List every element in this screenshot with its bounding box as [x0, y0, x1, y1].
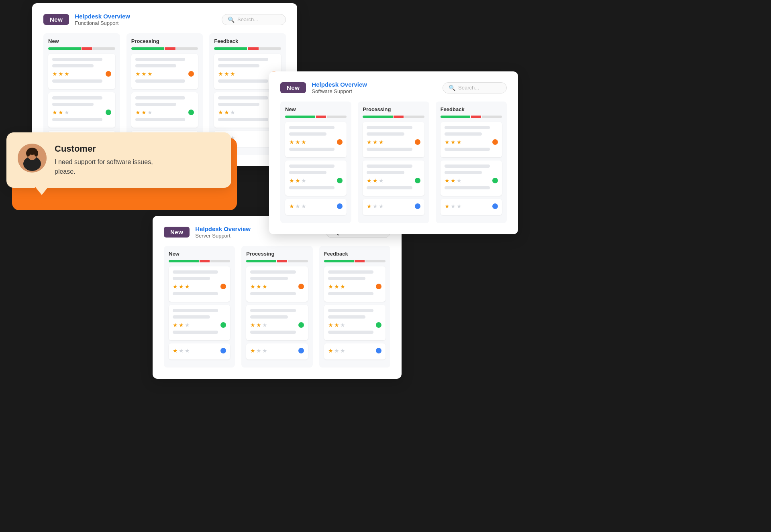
ticket-card[interactable]: ★★★: [441, 160, 502, 196]
ticket-line: [52, 118, 102, 121]
stars: ★★★: [173, 322, 190, 328]
ticket-card[interactable]: ★★★: [169, 305, 230, 340]
stars: ★★★: [328, 283, 345, 290]
ticket-card[interactable]: ★★★: [131, 54, 198, 89]
search-placeholder-functional: Search...: [237, 16, 258, 22]
stars: ★★★: [289, 203, 306, 209]
card-title-software[interactable]: Helpdesk Overview: [312, 81, 367, 88]
ticket-line: [445, 164, 490, 168]
columns-server: New ★★★ ★★★: [164, 246, 390, 368]
status-dot: [376, 348, 381, 353]
ticket-line: [135, 103, 177, 106]
stars: ★★★: [218, 71, 235, 77]
ticket-stars-row: ★★★: [445, 177, 498, 184]
ticket-line: [328, 292, 373, 295]
card-title-functional[interactable]: Helpdesk Overview: [75, 13, 130, 20]
card-title-server[interactable]: Helpdesk Overview: [195, 225, 251, 232]
status-dot: [298, 284, 304, 289]
ticket-stars-row: ★★★: [52, 71, 111, 77]
ticket-line: [250, 309, 296, 312]
ticket-card[interactable]: ★★★: [48, 54, 115, 89]
ticket-card[interactable]: ★★★: [441, 199, 502, 215]
column-processing-software: Processing ★★★ ★★★: [358, 102, 429, 223]
ticket-line: [367, 148, 412, 151]
ticket-stars-row: ★★★: [250, 322, 304, 328]
customer-bubble-container: Customer I need support for software iss…: [6, 132, 231, 195]
status-dot: [106, 71, 111, 77]
ticket-stars-row: ★★★: [367, 177, 420, 184]
customer-name: Customer: [55, 144, 175, 154]
col-label-feedback-server: Feedback: [324, 251, 386, 257]
stars: ★★★: [135, 109, 153, 116]
column-new-server: New ★★★ ★★★: [164, 246, 235, 368]
ticket-line: [135, 79, 186, 83]
ticket-card[interactable]: ★★★: [246, 343, 308, 359]
ticket-line: [367, 126, 412, 129]
stars: ★★★: [173, 347, 190, 354]
ticket-card[interactable]: ★★★: [131, 92, 198, 128]
progress-processing-functional: [131, 47, 198, 50]
status-dot: [188, 110, 194, 115]
ticket-line: [289, 148, 335, 151]
ticket-line: [250, 277, 288, 280]
ticket-card[interactable]: ★★★: [363, 160, 424, 196]
search-box-software[interactable]: 🔍 Search...: [443, 82, 507, 93]
ticket-line: [218, 79, 268, 83]
ticket-stars-row: ★★★: [328, 322, 381, 328]
ticket-stars-row: ★★★: [328, 283, 381, 290]
ticket-stars-row: ★★★: [328, 347, 381, 354]
svg-point-5: [26, 150, 30, 156]
ticket-card[interactable]: ★★★: [285, 160, 347, 196]
ticket-card[interactable]: ★★★: [363, 122, 424, 157]
ticket-card[interactable]: ★★★: [285, 199, 347, 215]
status-dot: [298, 322, 304, 328]
ticket-line: [328, 309, 373, 312]
status-dot: [337, 139, 343, 145]
ticket-line: [289, 171, 326, 174]
stars: ★★★: [367, 203, 384, 209]
ticket-card[interactable]: ★★★: [48, 92, 115, 128]
ticket-card[interactable]: ★★★: [246, 266, 308, 302]
ticket-line: [173, 270, 218, 274]
ticket-line: [135, 64, 177, 67]
card-subtitle-server: Server Support: [195, 233, 251, 239]
ticket-stars-row: ★★★: [289, 139, 343, 145]
ticket-line: [367, 186, 412, 189]
ticket-card[interactable]: ★★★: [169, 266, 230, 302]
search-icon-software: 🔍: [449, 85, 455, 91]
ticket-line: [289, 126, 335, 129]
status-dot: [298, 348, 304, 353]
ticket-line: [218, 96, 268, 99]
ticket-line: [289, 164, 335, 168]
progress-feedback-functional: [214, 47, 281, 50]
progress-processing-server: [246, 260, 308, 262]
stars: ★★★: [445, 203, 462, 209]
status-dot: [492, 178, 498, 183]
card-subtitle-software: Software Support: [312, 88, 367, 94]
ticket-card[interactable]: ★★★: [324, 266, 386, 302]
ticket-line: [328, 331, 373, 334]
ticket-card[interactable]: ★★★: [441, 122, 502, 157]
stars: ★★★: [218, 109, 235, 116]
status-dot: [220, 284, 226, 289]
ticket-stars-row: ★★★: [250, 283, 304, 290]
ticket-stars-row: ★★★: [173, 322, 226, 328]
ticket-line: [52, 79, 102, 83]
ticket-stars-row: ★★★: [445, 139, 498, 145]
ticket-line: [52, 96, 102, 99]
ticket-stars-row: ★★★: [445, 203, 498, 209]
col-label-processing-functional: Processing: [131, 38, 198, 44]
ticket-card[interactable]: ★★★: [285, 122, 347, 157]
ticket-card[interactable]: ★★★: [324, 343, 386, 359]
ticket-card[interactable]: ★★★: [363, 199, 424, 215]
progress-new-functional: [48, 47, 115, 50]
ticket-card[interactable]: ★★★: [324, 305, 386, 340]
title-block-software: Helpdesk Overview Software Support: [312, 81, 367, 94]
ticket-card[interactable]: ★★★: [246, 305, 308, 340]
ticket-card[interactable]: ★★★: [169, 343, 230, 359]
search-box-functional[interactable]: 🔍 Search...: [222, 14, 286, 25]
col-label-feedback-functional: Feedback: [214, 38, 281, 44]
ticket-line: [250, 331, 296, 334]
stars: ★★★: [367, 177, 384, 184]
ticket-line: [250, 270, 296, 274]
